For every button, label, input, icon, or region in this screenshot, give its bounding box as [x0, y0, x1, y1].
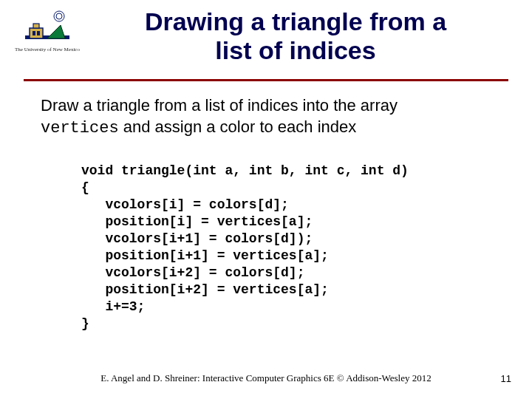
svg-rect-1: [30, 28, 43, 38]
desc-mono: vertices: [41, 119, 119, 137]
desc-part1: Draw a triangle from a list of indices i…: [41, 96, 398, 115]
page-number: 11: [501, 373, 511, 384]
university-logo: The University of New Mexico: [13, 9, 81, 52]
slide: The University of New Mexico Drawing a t…: [0, 0, 532, 399]
svg-point-5: [54, 11, 64, 21]
footer-attribution: E. Angel and D. Shreiner: Interactive Co…: [0, 372, 532, 384]
footer: E. Angel and D. Shreiner: Interactive Co…: [0, 372, 532, 384]
svg-point-6: [56, 13, 62, 19]
unm-logo-icon: [25, 9, 69, 44]
title-line2: list of indices: [215, 36, 375, 64]
svg-rect-4: [33, 24, 39, 28]
title-line1: Drawing a triangle from a: [145, 7, 446, 35]
code-block: void triangle(int a, int b, int c, int d…: [81, 163, 502, 332]
title-underline: [24, 79, 508, 81]
slide-title: Drawing a triangle from a list of indice…: [81, 7, 510, 65]
description-text: Draw a triangle from a list of indices i…: [41, 95, 502, 139]
svg-rect-3: [37, 31, 40, 35]
desc-part2: and assign a color to each index: [119, 117, 357, 136]
slide-body: Draw a triangle from a list of indices i…: [41, 95, 502, 332]
logo-caption: The University of New Mexico: [13, 47, 81, 52]
svg-rect-2: [33, 31, 35, 35]
